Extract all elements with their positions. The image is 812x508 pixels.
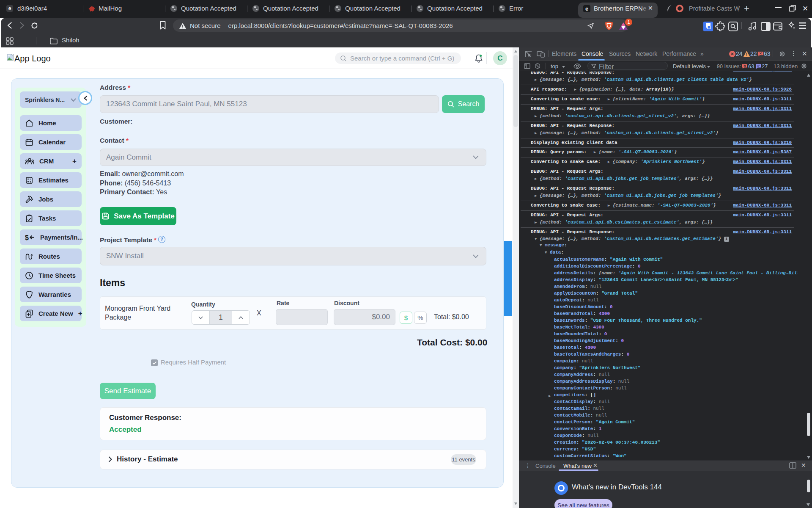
- svg-text:$: $: [25, 234, 29, 241]
